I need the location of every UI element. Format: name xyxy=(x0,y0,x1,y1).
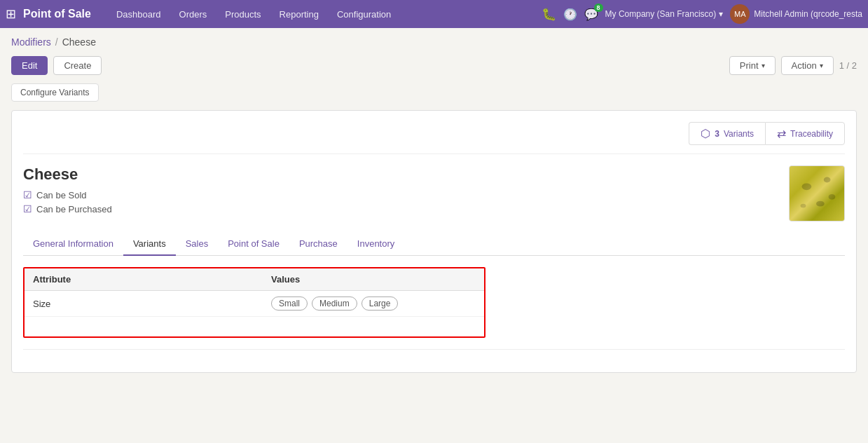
table-row: Size Small Medium Large xyxy=(25,291,484,317)
user-menu[interactable]: MA Mitchell Admin (qrcode_resta xyxy=(730,4,862,24)
action-caret: ▾ xyxy=(820,62,823,69)
chevron-down-icon: ▾ xyxy=(719,9,723,19)
product-card: ⬡ 3 Variants ⇄ Traceability Cheese ☑ Can… xyxy=(11,110,857,373)
top-navigation: ⊞ Point of Sale Dashboard Orders Product… xyxy=(0,0,868,28)
tag-large[interactable]: Large xyxy=(361,297,399,311)
breadcrumb: Modifiers / Cheese xyxy=(11,36,857,48)
value-tags: Small Medium Large xyxy=(271,297,476,311)
breadcrumb-current: Cheese xyxy=(62,36,96,48)
page-content: Modifiers / Cheese Edit Create Print ▾ A… xyxy=(0,28,868,443)
print-caret: ▾ xyxy=(762,62,765,69)
tab-variants[interactable]: Variants xyxy=(123,233,176,256)
toolbar: Edit Create Print ▾ Action ▾ 1 / 2 xyxy=(11,56,857,75)
values-cell: Small Medium Large xyxy=(263,291,484,317)
nav-dashboard[interactable]: Dashboard xyxy=(108,5,170,24)
company-selector[interactable]: My Company (San Francisco) ▾ xyxy=(605,9,724,19)
variants-table-wrapper: Attribute Values Size Small Medium Large xyxy=(23,267,485,338)
nav-orders[interactable]: Orders xyxy=(171,5,216,24)
grid-icon[interactable]: ⊞ xyxy=(6,6,16,22)
bug-icon[interactable]: 🐛 xyxy=(542,7,556,22)
tag-medium[interactable]: Medium xyxy=(312,297,357,311)
product-header: Cheese ☑ Can be Sold ☑ Can be Purchased xyxy=(23,165,845,222)
svg-point-1 xyxy=(824,177,831,183)
breadcrumb-parent[interactable]: Modifiers xyxy=(11,36,51,48)
card-top-actions: ⬡ 3 Variants ⇄ Traceability xyxy=(23,122,845,154)
can-be-purchased-checkbox-icon[interactable]: ☑ xyxy=(23,203,32,214)
action-button[interactable]: Action ▾ xyxy=(781,56,834,75)
chat-badge: 8 xyxy=(594,4,603,12)
variants-action-button[interactable]: ⬡ 3 Variants xyxy=(689,122,765,145)
tab-sales[interactable]: Sales xyxy=(176,233,219,256)
user-name: Mitchell Admin (qrcode_resta xyxy=(754,9,862,19)
action-label: Action xyxy=(792,60,817,71)
nav-configuration[interactable]: Configuration xyxy=(329,5,399,24)
tab-inventory[interactable]: Inventory xyxy=(347,233,404,256)
variants-count: 3 xyxy=(715,129,719,139)
clock-icon[interactable]: 🕐 xyxy=(563,8,577,21)
traceability-label: Traceability xyxy=(790,129,833,139)
top-menu: Dashboard Orders Products Reporting Conf… xyxy=(108,5,539,24)
nav-reporting[interactable]: Reporting xyxy=(271,5,327,24)
breadcrumb-separator: / xyxy=(55,36,58,48)
traceability-icon: ⇄ xyxy=(777,127,786,140)
chat-icon[interactable]: 💬 8 xyxy=(584,8,598,21)
variants-icon: ⬡ xyxy=(701,127,710,140)
cheese-holes-svg xyxy=(790,166,844,221)
col-values: Values xyxy=(263,268,484,291)
can-be-sold-row: ☑ Can be Sold xyxy=(23,189,789,200)
tag-small[interactable]: Small xyxy=(271,297,308,311)
pagination: 1 / 2 xyxy=(839,60,857,71)
variants-label: Variants xyxy=(724,129,754,139)
product-image[interactable] xyxy=(789,165,845,222)
svg-point-4 xyxy=(829,194,836,200)
topnav-right: 🐛 🕐 💬 8 My Company (San Francisco) ▾ MA … xyxy=(542,4,862,24)
product-tabs: General Information Variants Sales Point… xyxy=(23,233,845,256)
print-label: Print xyxy=(740,60,759,71)
table-row-empty xyxy=(25,317,484,336)
can-be-purchased-row: ☑ Can be Purchased xyxy=(23,203,789,214)
cheese-image-visual xyxy=(790,166,844,221)
print-button[interactable]: Print ▾ xyxy=(729,56,776,75)
svg-point-3 xyxy=(801,204,806,208)
create-button[interactable]: Create xyxy=(53,56,102,75)
tab-point-of-sale[interactable]: Point of Sale xyxy=(218,233,289,256)
user-avatar: MA xyxy=(730,4,750,24)
edit-button[interactable]: Edit xyxy=(11,56,48,75)
tab-purchase[interactable]: Purchase xyxy=(289,233,347,256)
configure-variants-button[interactable]: Configure Variants xyxy=(11,83,99,102)
separator xyxy=(23,349,845,350)
nav-products[interactable]: Products xyxy=(216,5,269,24)
product-info: Cheese ☑ Can be Sold ☑ Can be Purchased xyxy=(23,165,789,217)
variants-table: Attribute Values Size Small Medium Large xyxy=(25,268,484,336)
tab-general-information[interactable]: General Information xyxy=(23,233,123,256)
app-brand[interactable]: Point of Sale xyxy=(23,8,91,20)
svg-point-2 xyxy=(816,201,825,207)
product-name: Cheese xyxy=(23,165,789,184)
can-be-sold-checkbox-icon[interactable]: ☑ xyxy=(23,189,32,200)
col-attribute: Attribute xyxy=(25,268,263,291)
action-bar: Configure Variants xyxy=(11,83,857,102)
attribute-size: Size xyxy=(25,291,263,317)
can-be-sold-label: Can be Sold xyxy=(36,190,87,200)
traceability-action-button[interactable]: ⇄ Traceability xyxy=(765,122,845,145)
can-be-purchased-label: Can be Purchased xyxy=(36,204,112,214)
svg-point-0 xyxy=(802,183,812,190)
company-name: My Company (San Francisco) xyxy=(605,9,717,19)
